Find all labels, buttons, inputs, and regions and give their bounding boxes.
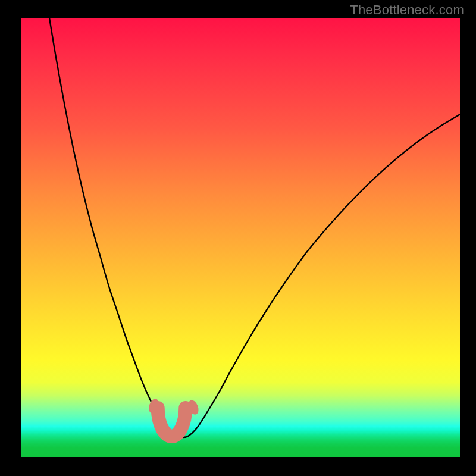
plot-area: [21, 18, 460, 457]
background-gradient: [21, 18, 460, 457]
chart-frame: TheBottleneck.com: [0, 0, 476, 476]
watermark-text: TheBottleneck.com: [350, 2, 464, 18]
